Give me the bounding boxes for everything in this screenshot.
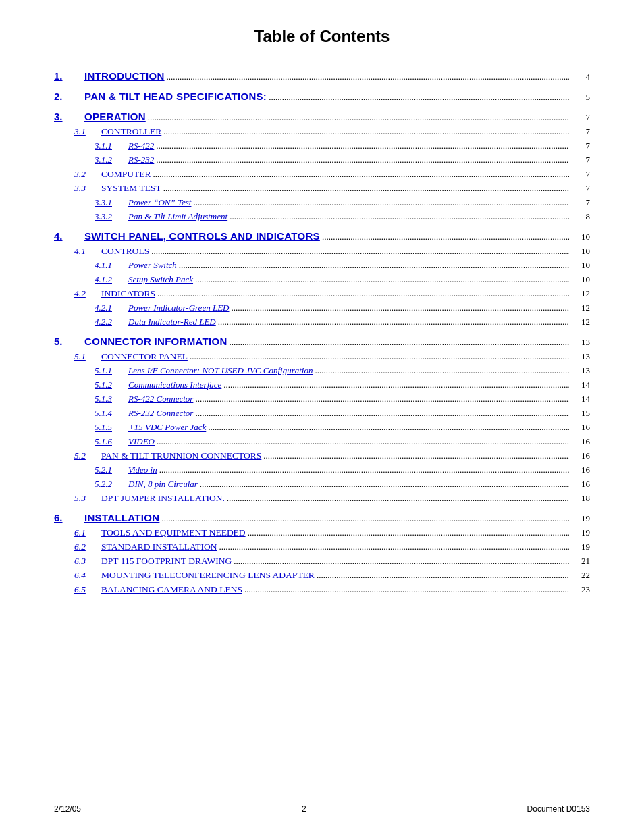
- toc-dots: ........................................…: [195, 394, 569, 405]
- toc-dots: ........................................…: [227, 493, 569, 504]
- toc-row: 3.3.2Pan & Tilt Limit Adjustment .......…: [54, 211, 590, 222]
- toc-label[interactable]: CONNECTOR INFORMATION: [84, 336, 227, 347]
- toc-label[interactable]: RS-232: [128, 155, 154, 165]
- toc-page: 16: [571, 450, 590, 461]
- toc-num[interactable]: 6.2: [74, 542, 101, 552]
- toc-label[interactable]: DPT JUMPER INSTALLATION.: [101, 493, 225, 504]
- toc-label[interactable]: SYSTEM TEST: [101, 183, 161, 194]
- toc-num[interactable]: 3.1.2: [95, 155, 128, 165]
- toc-label[interactable]: INDICATORS: [101, 288, 155, 299]
- toc-num[interactable]: 4.2.1: [95, 303, 128, 313]
- toc-label[interactable]: SWITCH PANEL, CONTROLS AND INDICATORS: [84, 230, 320, 242]
- toc-num[interactable]: 5.1.2: [95, 380, 128, 390]
- toc-dots: ........................................…: [230, 211, 569, 222]
- toc-num[interactable]: 5.1.3: [95, 394, 128, 405]
- toc-num[interactable]: 5.1.1: [95, 365, 128, 376]
- toc-label[interactable]: Power “ON” Test: [128, 197, 191, 208]
- toc-dots: ........................................…: [269, 92, 569, 103]
- toc-num[interactable]: 4.2.2: [95, 317, 128, 328]
- toc-page: 7: [571, 197, 590, 208]
- toc-num[interactable]: 4.: [54, 230, 84, 242]
- toc-dots: ........................................…: [190, 351, 569, 362]
- toc-num[interactable]: 6.1: [74, 527, 101, 538]
- toc-page: 7: [571, 155, 590, 165]
- toc-label[interactable]: CONTROLLER: [101, 126, 161, 137]
- toc-num[interactable]: 3.3.2: [95, 211, 128, 222]
- toc-label[interactable]: Pan & Tilt Limit Adjustment: [128, 211, 227, 222]
- toc-row: 6.5BALANCING CAMERA AND LENS ...........…: [54, 584, 590, 595]
- toc-row: 4.SWITCH PANEL, CONTROLS AND INDICATORS …: [54, 230, 590, 242]
- toc-page: 12: [571, 317, 590, 328]
- toc-label[interactable]: INSTALLATION: [84, 512, 159, 523]
- toc-label[interactable]: MOUNTING TELECONFERENCING LENS ADAPTER: [101, 570, 315, 581]
- toc-page: 15: [571, 408, 590, 419]
- toc-label[interactable]: INTRODUCTION: [84, 70, 165, 82]
- toc-dots: ........................................…: [163, 126, 569, 137]
- toc-row: 5.1.2Communications Interface ..........…: [54, 380, 590, 390]
- toc-label[interactable]: CONNECTOR PANEL: [101, 351, 188, 362]
- toc-label[interactable]: BALANCING CAMERA AND LENS: [101, 584, 242, 595]
- toc-num[interactable]: 4.1.2: [95, 274, 128, 285]
- toc-num[interactable]: 5.: [54, 336, 84, 347]
- toc-label[interactable]: Lens I/F Connector: NOT USED JVC Configu…: [128, 365, 313, 376]
- toc-row: 5.1.6VIDEO .............................…: [54, 436, 590, 447]
- toc-page: 19: [571, 513, 590, 524]
- toc-num[interactable]: 2.: [54, 90, 84, 102]
- toc-num[interactable]: 3.2: [74, 169, 101, 180]
- toc-page: 23: [571, 584, 590, 595]
- toc-num[interactable]: 6.5: [74, 584, 101, 595]
- toc-label[interactable]: RS-232 Connector: [128, 408, 193, 419]
- toc-label[interactable]: Communications Interface: [128, 380, 221, 390]
- toc-label[interactable]: Data Indicator-Red LED: [128, 317, 216, 328]
- toc-dots: ........................................…: [193, 197, 569, 208]
- toc-num[interactable]: 4.1.1: [95, 260, 128, 271]
- toc-label[interactable]: DIN, 8 pin Circular: [128, 479, 198, 490]
- toc-num[interactable]: 1.: [54, 70, 84, 82]
- toc-row: 3.1.1RS-422 ............................…: [54, 140, 590, 151]
- toc-label[interactable]: RS-422 Connector: [128, 394, 193, 405]
- page-title: Table of Contents: [54, 27, 590, 46]
- toc-label[interactable]: PAN & TILT TRUNNION CONNECTORS: [101, 450, 261, 461]
- toc-label[interactable]: +15 VDC Power Jack: [128, 422, 206, 433]
- toc-row: 5.1.1Lens I/F Connector: NOT USED JVC Co…: [54, 365, 590, 376]
- toc-num[interactable]: 3.1: [74, 126, 101, 137]
- toc-dots: ........................................…: [153, 169, 569, 180]
- toc-num[interactable]: 5.1.4: [95, 408, 128, 419]
- toc-row: 2.PAN & TILT HEAD SPECIFICATIONS: ......…: [54, 90, 590, 103]
- toc-label[interactable]: Setup Switch Pack: [128, 274, 193, 285]
- toc-dots: ........................................…: [208, 422, 569, 433]
- toc-num[interactable]: 4.1: [74, 246, 101, 257]
- toc-num[interactable]: 3.3: [74, 183, 101, 194]
- toc-num[interactable]: 5.1.6: [95, 436, 128, 447]
- toc-num[interactable]: 5.3: [74, 493, 101, 504]
- toc-label[interactable]: COMPUTER: [101, 169, 151, 180]
- toc-label[interactable]: STANDARD INSTALLATION: [101, 542, 217, 552]
- toc-page: 10: [571, 232, 590, 242]
- toc-dots: ........................................…: [223, 380, 569, 390]
- toc-num[interactable]: 6.3: [74, 556, 101, 567]
- toc-label[interactable]: Video in: [128, 465, 157, 475]
- toc-label[interactable]: Power Switch: [128, 260, 177, 271]
- toc-label[interactable]: RS-422: [128, 140, 154, 151]
- toc-dots: ........................................…: [200, 479, 569, 490]
- toc-num[interactable]: 3.1.1: [95, 140, 128, 151]
- toc-label[interactable]: OPERATION: [84, 111, 146, 122]
- toc-label[interactable]: Power Indicator-Green LED: [128, 303, 229, 313]
- toc-label[interactable]: PAN & TILT HEAD SPECIFICATIONS:: [84, 90, 267, 102]
- toc-label[interactable]: TOOLS AND EQUIPMENT NEEDED: [101, 527, 246, 538]
- toc-label[interactable]: VIDEO: [128, 436, 155, 447]
- toc-label[interactable]: DPT 115 FOOTPRINT DRAWING: [101, 556, 232, 567]
- toc-num[interactable]: 3.3.1: [95, 197, 128, 208]
- toc-num[interactable]: 4.2: [74, 288, 101, 299]
- toc-page: 13: [571, 365, 590, 376]
- toc-num[interactable]: 6.: [54, 512, 84, 523]
- toc-num[interactable]: 5.1: [74, 351, 101, 362]
- toc-label[interactable]: CONTROLS: [101, 246, 149, 257]
- toc-num[interactable]: 5.2.2: [95, 479, 128, 490]
- toc-page: 13: [571, 337, 590, 348]
- toc-num[interactable]: 6.4: [74, 570, 101, 581]
- toc-num[interactable]: 5.1.5: [95, 422, 128, 433]
- toc-num[interactable]: 5.2.1: [95, 465, 128, 475]
- toc-num[interactable]: 5.2: [74, 450, 101, 461]
- toc-num[interactable]: 3.: [54, 111, 84, 122]
